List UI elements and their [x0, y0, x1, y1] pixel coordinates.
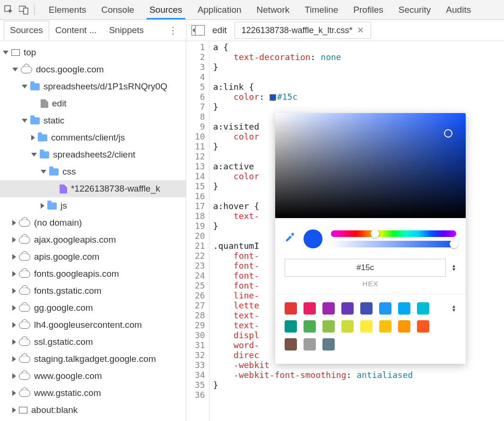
cloud-icon [19, 237, 30, 244]
close-icon[interactable]: ✕ [357, 25, 364, 35]
format-label: HEX [285, 280, 456, 288]
tree-domain[interactable]: lh4.googleusercontent.com [0, 316, 186, 333]
line-numbers: 1234567891011121314151617181920212223242… [186, 41, 209, 421]
tree-domain[interactable]: fonts.googleapis.com [0, 265, 186, 282]
tree-file[interactable]: edit [0, 95, 186, 112]
saturation-panel[interactable] [275, 113, 466, 218]
cloud-icon [19, 339, 30, 346]
tree-domain[interactable]: ajax.googleapis.com [0, 231, 186, 248]
content-area: top docs.google.com spreadsheets/d/1P1sR… [0, 41, 504, 421]
cloud-icon [19, 288, 30, 295]
tree-top[interactable]: top [0, 44, 186, 61]
color-swatch[interactable] [269, 94, 276, 101]
format-switcher[interactable]: ▲▼ [452, 264, 456, 271]
saturation-handle[interactable] [444, 129, 452, 138]
palette-swatch[interactable] [322, 302, 335, 315]
folder-icon [30, 83, 40, 90]
eyedropper-icon[interactable] [285, 232, 295, 246]
tab-elements[interactable]: Elements [42, 1, 93, 19]
palette-swatch[interactable] [285, 338, 297, 351]
hue-handle[interactable] [371, 229, 379, 238]
color-palette: ▲▼ [275, 294, 466, 364]
inspect-icon[interactable] [4, 5, 14, 15]
palette-swatch[interactable] [398, 302, 410, 315]
tree-domain[interactable]: ssl.gstatic.com [0, 333, 186, 351]
tree-folder[interactable]: spreadsheets2/client [0, 146, 186, 163]
tab-label: 1226138738-waffle_k_ltr.css* [242, 26, 353, 35]
cloud-icon [19, 254, 30, 261]
cloud-icon [19, 305, 30, 312]
folder-icon [38, 134, 47, 141]
cloud-icon [19, 373, 30, 380]
more-icon[interactable]: ⋮ [164, 25, 182, 36]
cloud-icon [19, 390, 30, 397]
tab-application[interactable]: Application [191, 1, 248, 19]
palette-swatch[interactable] [304, 338, 316, 351]
frame-icon [19, 407, 27, 413]
palette-swatch[interactable] [304, 302, 316, 315]
folder-icon [40, 151, 49, 158]
tab-profiles[interactable]: Profiles [347, 1, 390, 19]
palette-swatch[interactable] [304, 320, 316, 333]
palette-swatch[interactable] [322, 338, 335, 351]
tree-file-selected[interactable]: *1226138738-waffle_k [0, 180, 186, 197]
tab-timeline[interactable]: Timeline [298, 1, 345, 19]
svg-rect-2 [24, 8, 28, 14]
color-picker: ▲▼ HEX ▲▼ [275, 113, 466, 364]
alpha-handle[interactable] [450, 240, 458, 248]
tree-domain[interactable]: (no domain) [0, 214, 186, 231]
palette-swatch[interactable] [341, 302, 354, 315]
palette-swatch[interactable] [398, 320, 410, 333]
tree-folder[interactable]: spreadsheets/d/1P1sRNQry0Q [0, 78, 186, 95]
hue-slider[interactable] [331, 230, 456, 237]
tree-folder[interactable]: css [0, 163, 186, 180]
palette-swatch[interactable] [285, 320, 297, 333]
tab-sources[interactable]: Sources [143, 1, 189, 19]
devtools-toolbar: Elements Console Sources Application Net… [0, 0, 504, 20]
tree-folder[interactable]: static [0, 112, 186, 129]
toggle-navigator-icon[interactable] [191, 25, 205, 35]
palette-swatch[interactable] [417, 302, 429, 315]
tree-folder[interactable]: comments/client/js [0, 129, 186, 146]
frame-icon [11, 49, 20, 56]
palette-swatch[interactable] [322, 320, 335, 333]
tree-domain[interactable]: fonts.gstatic.com [0, 282, 186, 299]
tree-domain[interactable]: apis.google.com [0, 248, 186, 265]
palette-swatch[interactable] [360, 302, 373, 315]
file-tree: top docs.google.com spreadsheets/d/1P1sR… [0, 41, 186, 421]
subtab-sources[interactable]: Sources [4, 21, 49, 40]
current-color-swatch [304, 229, 322, 248]
palette-swatch[interactable] [341, 320, 354, 333]
tree-domain[interactable]: gg.google.com [0, 299, 186, 316]
alpha-slider[interactable] [331, 241, 456, 247]
folder-icon [30, 117, 40, 124]
tab-audits[interactable]: Audits [439, 1, 478, 19]
device-mode-icon[interactable] [19, 5, 29, 15]
tree-domain[interactable]: www.google.com [0, 368, 186, 385]
tab-console[interactable]: Console [95, 1, 141, 19]
palette-swatch[interactable] [417, 320, 429, 333]
open-file-tab-active[interactable]: 1226138738-waffle_k_ltr.css* ✕ [235, 22, 372, 39]
palette-switcher[interactable]: ▲▼ [452, 305, 456, 312]
folder-icon [47, 202, 57, 210]
folder-icon [49, 168, 59, 175]
hex-input[interactable] [285, 259, 446, 277]
open-file-tab[interactable]: edit [212, 25, 227, 35]
tree-folder[interactable]: js [0, 197, 186, 214]
document-icon [41, 99, 48, 108]
subtab-content[interactable]: Content ... [49, 21, 103, 40]
tree-domain[interactable]: docs.google.com [0, 61, 186, 78]
palette-swatch[interactable] [379, 320, 391, 333]
tab-security[interactable]: Security [392, 1, 438, 19]
palette-swatch[interactable] [379, 302, 391, 315]
tree-domain[interactable]: staging.talkgadget.google.com [0, 351, 186, 368]
tree-domain[interactable]: www.gstatic.com [0, 385, 186, 402]
palette-swatch[interactable] [360, 320, 373, 333]
tab-network[interactable]: Network [250, 1, 296, 19]
palette-swatch[interactable] [285, 302, 297, 315]
main-tabs: Elements Console Sources Application Net… [42, 1, 478, 19]
subtab-snippets[interactable]: Snippets [103, 21, 150, 40]
cloud-icon [19, 356, 30, 363]
tree-frame[interactable]: about:blank [0, 402, 186, 419]
separator [34, 5, 35, 15]
